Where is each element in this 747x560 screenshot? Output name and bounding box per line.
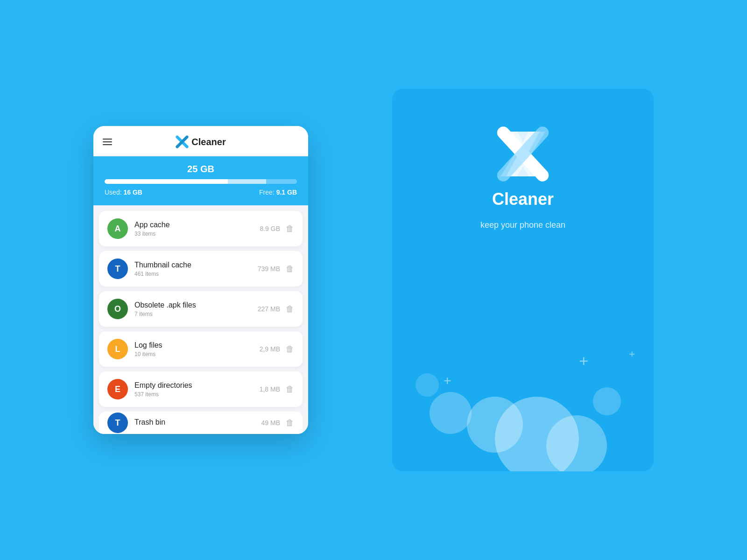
item-name: Empty directories bbox=[134, 381, 253, 390]
item-name: Obsolete .apk files bbox=[134, 301, 251, 309]
item-size: 2,9 MB bbox=[260, 345, 280, 353]
brand-title: Cleaner bbox=[492, 189, 554, 209]
item-size: 8.9 GB bbox=[260, 225, 280, 232]
storage-used-value: 16 GB bbox=[123, 189, 142, 196]
item-name: Thumbnail cache bbox=[134, 261, 251, 269]
deco-circle-1 bbox=[430, 392, 472, 434]
item-avatar: T bbox=[107, 413, 128, 433]
item-right: 49 MB 🗑 bbox=[261, 418, 294, 428]
storage-used-label: Used: 16 GB bbox=[105, 189, 142, 196]
item-avatar: E bbox=[107, 379, 128, 399]
item-size: 227 MB bbox=[258, 305, 280, 313]
list-item: O Obsolete .apk files 7 items 227 MB 🗑 bbox=[99, 291, 303, 327]
list-item: T Thumbnail cache 461 items 739 MB 🗑 bbox=[99, 251, 303, 287]
item-letter: A bbox=[115, 224, 121, 234]
storage-bar-free bbox=[228, 179, 266, 184]
item-right: 2,9 MB 🗑 bbox=[260, 344, 294, 354]
item-letter: O bbox=[114, 304, 121, 314]
list-item: A App cache 33 items 8.9 GB 🗑 bbox=[99, 211, 303, 246]
item-right: 8.9 GB 🗑 bbox=[260, 224, 294, 234]
item-info: Log files 10 items bbox=[134, 341, 253, 357]
scene: Cleaner keep your phone clean + + + bbox=[93, 47, 654, 513]
item-info: App cache 33 items bbox=[134, 221, 253, 237]
item-avatar: O bbox=[107, 299, 128, 319]
trash-icon[interactable]: 🗑 bbox=[286, 418, 294, 428]
deco-plus-1: + bbox=[579, 353, 588, 369]
storage-total: 25 GB bbox=[105, 164, 297, 175]
item-name: Trash bin bbox=[134, 418, 255, 427]
item-right: 227 MB 🗑 bbox=[258, 304, 294, 314]
item-avatar: T bbox=[107, 259, 128, 279]
app-header: Cleaner bbox=[93, 126, 308, 156]
list-item: E Empty directories 537 items 1,8 MB 🗑 bbox=[99, 371, 303, 407]
item-letter: L bbox=[115, 344, 120, 354]
brand-card: Cleaner keep your phone clean + + + bbox=[392, 89, 654, 471]
storage-section: 25 GB Used: 16 GB Free: 9.1 GB bbox=[93, 156, 308, 205]
item-letter: E bbox=[115, 385, 120, 394]
item-name: Log files bbox=[134, 341, 253, 350]
trash-icon[interactable]: 🗑 bbox=[286, 224, 294, 234]
storage-free-label: Free: 9.1 GB bbox=[259, 189, 297, 196]
item-avatar: L bbox=[107, 339, 128, 359]
deco-circle-4 bbox=[546, 415, 607, 471]
list-item: L Log files 10 items 2,9 MB 🗑 bbox=[99, 331, 303, 367]
item-name: App cache bbox=[134, 221, 253, 229]
item-count: 10 items bbox=[134, 351, 253, 357]
hamburger-menu-button[interactable] bbox=[103, 139, 112, 145]
header-logo: Cleaner bbox=[176, 135, 226, 148]
deco-circle-6 bbox=[416, 373, 439, 397]
app-card: Cleaner 25 GB Used: 16 GB Free: 9.1 GB bbox=[93, 126, 308, 434]
item-count: 461 items bbox=[134, 271, 251, 277]
deco-plus-2: + bbox=[444, 374, 451, 387]
item-right: 1,8 MB 🗑 bbox=[260, 385, 294, 394]
storage-labels: Used: 16 GB Free: 9.1 GB bbox=[105, 189, 297, 196]
item-info: Obsolete .apk files 7 items bbox=[134, 301, 251, 317]
list-item: T Trash bin 49 MB 🗑 bbox=[99, 412, 303, 434]
item-size: 739 MB bbox=[258, 265, 280, 273]
deco-circle-5 bbox=[593, 387, 621, 415]
item-size: 49 MB bbox=[261, 419, 280, 427]
storage-bar bbox=[105, 179, 297, 184]
item-count: 537 items bbox=[134, 391, 253, 398]
brand-logo-x-icon bbox=[495, 126, 551, 182]
item-size: 1,8 MB bbox=[260, 385, 280, 393]
trash-icon[interactable]: 🗑 bbox=[286, 344, 294, 354]
storage-free-value: 9.1 GB bbox=[276, 189, 297, 196]
trash-icon[interactable]: 🗑 bbox=[286, 264, 294, 274]
item-letter: T bbox=[115, 264, 120, 274]
item-info: Empty directories 537 items bbox=[134, 381, 253, 398]
item-info: Trash bin bbox=[134, 418, 255, 428]
brand-decorations: + + + bbox=[392, 341, 654, 471]
item-count: 7 items bbox=[134, 311, 251, 317]
trash-icon[interactable]: 🗑 bbox=[286, 385, 294, 394]
item-count: 33 items bbox=[134, 231, 253, 237]
brand-subtitle: keep your phone clean bbox=[480, 220, 565, 230]
deco-plus-3: + bbox=[629, 349, 635, 359]
item-avatar: A bbox=[107, 218, 128, 239]
items-list: A App cache 33 items 8.9 GB 🗑 T Thumbnai… bbox=[93, 205, 308, 434]
header-x-icon bbox=[176, 135, 189, 148]
storage-bar-used bbox=[105, 179, 228, 184]
item-info: Thumbnail cache 461 items bbox=[134, 261, 251, 277]
item-letter: T bbox=[115, 418, 120, 428]
item-right: 739 MB 🗑 bbox=[258, 264, 294, 274]
app-title: Cleaner bbox=[191, 137, 226, 147]
trash-icon[interactable]: 🗑 bbox=[286, 304, 294, 314]
